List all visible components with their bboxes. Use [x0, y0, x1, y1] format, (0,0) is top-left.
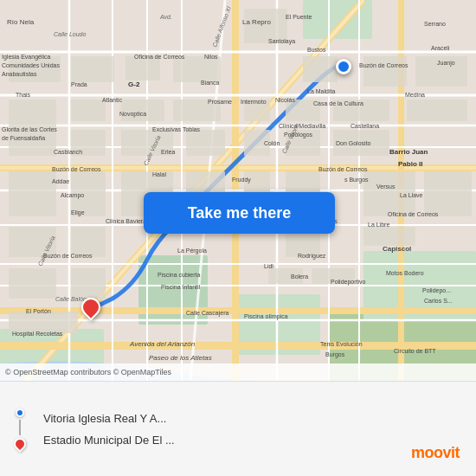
- svg-text:Clínica Baviera: Clínica Baviera: [106, 218, 146, 224]
- svg-rect-51: [186, 130, 225, 156]
- route-labels: Vitoria Iglesia Real Y A... Estadio Muni…: [43, 412, 462, 447]
- route-dots: [14, 408, 26, 450]
- svg-text:La Maldita: La Maldita: [307, 88, 335, 94]
- svg-rect-55: [9, 171, 56, 197]
- route-from-label: Vitoria Iglesia Real Y A...: [43, 412, 320, 425]
- svg-text:Colón: Colón: [264, 140, 280, 146]
- moovit-logo: moovit: [405, 440, 466, 466]
- svg-rect-72: [363, 227, 415, 246]
- svg-text:Río Nela: Río Nela: [7, 18, 35, 26]
- svg-text:Nicolás: Nicolás: [275, 97, 295, 103]
- svg-text:Thais: Thais: [16, 92, 31, 98]
- svg-text:Buzón de Correos: Buzón de Correos: [359, 62, 408, 68]
- svg-rect-33: [71, 56, 114, 82]
- map-svg: Río Nela Calle Loudo Santolaya El Puente…: [0, 0, 476, 381]
- svg-rect-34: [125, 56, 160, 80]
- svg-rect-63: [9, 197, 56, 216]
- destination-marker: [336, 59, 351, 74]
- svg-text:El Puente: El Puente: [286, 14, 312, 20]
- svg-text:Prosame: Prosame: [208, 99, 232, 105]
- svg-text:La Pérgola: La Pérgola: [177, 248, 207, 254]
- svg-text:Paseo de los Atletas: Paseo de los Atletas: [149, 354, 212, 362]
- svg-text:Prada: Prada: [71, 81, 87, 87]
- svg-text:Polideportivo: Polideportivo: [331, 279, 366, 286]
- svg-text:La Llave: La Llave: [400, 192, 423, 198]
- svg-text:Versus: Versus: [376, 183, 396, 190]
- svg-text:Clínica Mediavilla: Clínica Mediavilla: [279, 123, 326, 129]
- svg-rect-74: [71, 268, 106, 299]
- svg-text:Castellana: Castellana: [351, 123, 379, 129]
- svg-rect-37: [303, 56, 338, 82]
- svg-text:Exclusivas Toblas: Exclusivas Toblas: [152, 126, 201, 132]
- svg-text:Motos Bodero: Motos Bodero: [386, 270, 424, 276]
- svg-text:Carlos S...: Carlos S...: [424, 298, 453, 304]
- svg-text:Bustos: Bustos: [307, 47, 326, 53]
- svg-text:Burgos: Burgos: [325, 351, 345, 358]
- svg-rect-35: [173, 56, 221, 82]
- svg-text:Halal: Halal: [152, 171, 166, 177]
- svg-text:Addae: Addae: [52, 178, 69, 184]
- svg-text:Circuito de BTT: Circuito de BTT: [394, 348, 436, 354]
- svg-text:Medina: Medina: [405, 92, 425, 98]
- svg-text:Oficina de Correos: Oficina de Correos: [134, 54, 185, 60]
- svg-text:Novoptica: Novoptica: [119, 111, 146, 118]
- svg-text:s Burgos: s Burgos: [344, 177, 369, 183]
- svg-rect-32: [9, 56, 61, 82]
- moovit-logo-text: moovit: [411, 444, 460, 462]
- origin-marker: [81, 298, 100, 322]
- svg-text:Serrano: Serrano: [424, 21, 446, 27]
- svg-text:Avenida del Arlanzón: Avenida del Arlanzón: [129, 340, 196, 348]
- svg-text:Polidepo...: Polidepo...: [422, 287, 451, 294]
- svg-text:Intermoto: Intermoto: [241, 99, 267, 105]
- svg-text:Elige: Elige: [71, 209, 85, 216]
- route-info: Vitoria Iglesia Real Y A... Estadio Muni…: [14, 408, 462, 450]
- svg-text:Capiscol: Capiscol: [383, 245, 411, 253]
- svg-rect-48: [9, 130, 56, 156]
- svg-text:Bolera: Bolera: [291, 273, 308, 280]
- svg-text:Glorita de las Cortes: Glorita de las Cortes: [2, 126, 57, 132]
- svg-text:El Portón: El Portón: [26, 308, 51, 314]
- svg-text:Rodríguez: Rodríguez: [298, 253, 326, 260]
- svg-text:G-2: G-2: [128, 80, 140, 88]
- route-connector: [19, 420, 21, 435]
- svg-text:Piscina olímpica: Piscina olímpica: [244, 313, 288, 320]
- svg-text:La Libre: La Libre: [368, 222, 389, 228]
- svg-text:Buzón de Correos: Buzón de Correos: [318, 166, 368, 172]
- svg-rect-40: [9, 100, 56, 130]
- svg-text:Piscina Infantil: Piscina Infantil: [161, 284, 201, 290]
- svg-text:Lidl: Lidl: [264, 263, 273, 269]
- bottom-bar: Vitoria Iglesia Real Y A... Estadio Muni…: [0, 381, 476, 476]
- svg-text:Oficina de Correos: Oficina de Correos: [388, 211, 439, 217]
- svg-text:Avd.: Avd.: [159, 14, 172, 20]
- svg-rect-38: [363, 56, 407, 87]
- svg-text:Buzón de Correos: Buzón de Correos: [43, 253, 93, 259]
- svg-text:Erlea: Erlea: [161, 149, 175, 155]
- svg-text:Araceli: Araceli: [431, 45, 450, 51]
- svg-text:Pablo II: Pablo II: [398, 160, 422, 168]
- origin-dot: [16, 408, 24, 417]
- destination-dot: [11, 435, 29, 453]
- svg-text:La Repro: La Repro: [242, 18, 271, 26]
- svg-text:Santolaya: Santolaya: [268, 38, 295, 45]
- svg-text:Iglesia Evangélica: Iglesia Evangélica: [2, 54, 51, 61]
- take-me-there-button[interactable]: Take me there: [144, 192, 335, 234]
- map-attribution: © OpenStreetMap contributors © OpenMapTi…: [0, 363, 476, 381]
- svg-text:Calle Loudo: Calle Loudo: [54, 31, 86, 37]
- svg-rect-41: [71, 100, 106, 121]
- svg-text:Alcampo: Alcampo: [61, 192, 84, 199]
- svg-text:Bianca: Bianca: [201, 80, 220, 86]
- route-to-label: Estadio Municipal De El ...: [43, 434, 320, 447]
- svg-text:Casa de la Cultura: Casa de la Cultura: [313, 100, 363, 106]
- svg-text:Fruddy: Fruddy: [232, 177, 251, 183]
- svg-rect-62: [424, 171, 472, 197]
- svg-text:Casblanch: Casblanch: [54, 149, 82, 155]
- svg-text:Comunidades Unidas: Comunidades Unidas: [2, 62, 60, 68]
- svg-text:Juanjo: Juanjo: [437, 60, 455, 67]
- svg-text:de Fuensaldaña: de Fuensaldaña: [2, 135, 45, 141]
- map-container: Río Nela Calle Loudo Santolaya El Puente…: [0, 0, 476, 381]
- svg-text:Piscina cubierta: Piscina cubierta: [158, 272, 201, 278]
- svg-text:Tenis Evolución: Tenis Evolución: [320, 341, 363, 347]
- svg-text:Calle Cascajera: Calle Cascajera: [186, 310, 229, 317]
- svg-text:Nilos: Nilos: [204, 54, 218, 60]
- svg-text:Buzón de Correos: Buzón de Correos: [52, 166, 101, 172]
